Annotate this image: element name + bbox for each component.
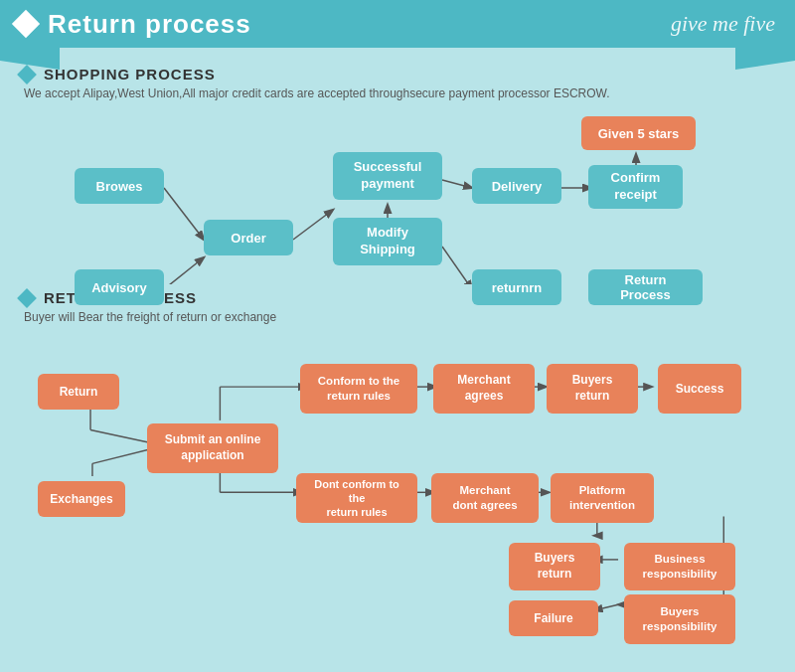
box-merchant-agrees: Merchantagrees (433, 364, 535, 414)
box-successful-payment: Successfulpayment (333, 152, 442, 200)
box-advisory: Advisory (75, 269, 164, 305)
box-buyers-return-bottom: Buyersreturn (509, 543, 600, 590)
header-diamond (12, 10, 40, 38)
box-return: Return (38, 374, 119, 410)
box-buyers-return-top: Buyersreturn (547, 364, 638, 414)
shopping-diagram: Browes Order Advisory ModifyShipping Suc… (20, 110, 775, 284)
shopping-title: SHOPPING PROCESS (44, 66, 216, 83)
box-given-5-stars: Given 5 stars (581, 116, 696, 150)
box-modify-shipping: ModifyShipping (333, 218, 442, 265)
page-header: Return process give me five (0, 0, 795, 48)
svg-line-2 (442, 180, 472, 188)
svg-line-6 (442, 247, 472, 284)
page-title: Return process (48, 9, 251, 40)
return-desc: Buyer will Bear the freight of return or… (20, 310, 775, 324)
box-dont-conform: Dont conform to thereturn rules (296, 473, 417, 523)
box-buyers-responsibility: Buyersresponsibility (624, 594, 735, 644)
box-delivery: Delivery (472, 168, 561, 204)
box-submit-online: Submit an onlineapplication (147, 423, 278, 473)
shopping-section-header: SHOPPING PROCESS (20, 66, 775, 83)
box-return-process: Return Process (588, 269, 703, 305)
shopping-diamond (17, 65, 37, 84)
box-browes: Browes (75, 168, 164, 204)
return-diagram: Return Exchanges Submit an onlineapplica… (20, 334, 775, 612)
brand-text: give me five (671, 11, 775, 37)
box-returnrn: returnrn (472, 269, 561, 305)
svg-line-5 (164, 257, 204, 284)
svg-line-0 (164, 188, 204, 240)
box-order: Order (204, 220, 293, 255)
box-success: Success (658, 364, 741, 414)
box-merchant-dont-agrees: Merchantdont agrees (431, 473, 539, 523)
box-conform-return: Conform to thereturn rules (300, 364, 417, 414)
box-business-responsibility: Businessresponsibility (624, 543, 735, 590)
box-exchanges: Exchanges (38, 481, 125, 517)
box-confirm-receipt: Confirmreceipt (588, 165, 683, 209)
shopping-desc: We accept Alipay,West Union,All major cr… (20, 86, 775, 100)
main-content: SHOPPING PROCESS We accept Alipay,West U… (0, 48, 795, 622)
return-diamond (17, 288, 37, 308)
svg-line-1 (293, 210, 333, 240)
box-failure: Failure (509, 600, 598, 636)
box-platform-intervention: Platformintervention (551, 473, 654, 523)
